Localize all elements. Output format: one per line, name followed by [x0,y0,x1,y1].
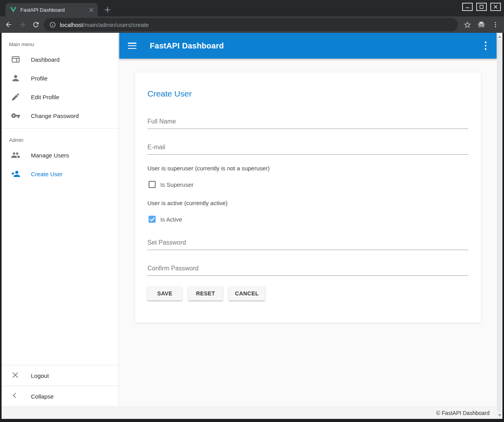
superuser-note: User is superuser (currently is not a su… [147,165,468,172]
url-bar[interactable]: localhost/main/admin/users/create [44,18,458,31]
email-input[interactable] [147,141,468,155]
person-icon [11,73,20,83]
sidebar-item-label: Manage Users [31,152,69,159]
url-text: localhost/main/admin/users/create [60,21,149,28]
main-area: FastAPI Dashboard Create User User is su… [119,33,497,419]
cancel-button[interactable]: CANCEL [229,286,265,300]
sidebar-item-logout[interactable]: Logout [2,365,118,386]
create-user-card: Create User User is superuser (currently… [135,72,481,323]
confirm-password-input[interactable] [147,263,468,276]
info-icon[interactable] [49,21,56,28]
person-add-icon [11,169,20,179]
app-title: FastAPI Dashboard [150,41,224,50]
sidebar-item-profile[interactable]: Profile [2,69,118,88]
tab-title: FastAPI Dashboard [20,7,88,13]
kebab-menu-icon[interactable] [491,20,500,29]
browser-toolbar: localhost/main/admin/users/create [0,16,504,33]
sidebar-bottom: Logout Collapse [2,365,118,406]
sidebar-item-label: Profile [31,75,48,82]
new-tab-icon[interactable] [102,5,113,15]
reset-button[interactable]: RESET [188,286,223,300]
checkbox-label: Is Active [160,216,182,223]
tab-close-icon[interactable] [88,6,95,13]
url-path: /main/admin/users/create [83,21,149,28]
star-icon[interactable] [463,20,472,29]
set-password-field-wrap [147,237,468,250]
hamburger-icon[interactable] [128,43,136,49]
dashboard-icon [11,55,20,64]
is-active-checkbox[interactable]: Is Active [147,216,468,223]
sidebar-item-change-password[interactable]: Change Password [2,106,118,125]
checkbox-checked-icon [149,216,156,223]
scroll-down-icon[interactable] [497,412,502,418]
toolbar-actions [463,16,500,33]
arrow-forward-icon[interactable] [17,20,27,30]
copyright-text: © FastAPI Dashboard [436,410,490,416]
sidebar-item-dashboard[interactable]: Dashboard [2,50,118,69]
sidebar-item-collapse[interactable]: Collapse [2,386,118,406]
scroll-up-icon[interactable] [497,34,502,39]
app-header: FastAPI Dashboard [119,33,497,59]
vue-logo-icon [10,7,16,13]
sidebar-item-label: Collapse [31,393,54,400]
sidebar-item-edit-profile[interactable]: Edit Profile [2,88,118,106]
save-button[interactable]: SAVE [147,286,182,300]
close-x-icon [11,371,20,380]
email-field-wrap [147,141,468,155]
url-host: localhost [60,21,83,28]
scrollbar-thumb[interactable] [497,39,502,412]
browser-tab[interactable]: FastAPI Dashboard [5,3,98,16]
sidebar-item-create-user[interactable]: Create User [2,165,118,183]
sidebar-item-label: Edit Profile [31,94,59,100]
pencil-icon [11,92,20,102]
main-content: Create User User is superuser (currently… [119,59,497,406]
form-buttons: SAVE RESET CANCEL [147,286,468,300]
maximize-icon[interactable] [476,3,487,11]
chevron-left-icon [11,392,20,401]
arrow-back-icon[interactable] [4,20,14,30]
full-name-field-wrap [147,116,468,129]
minimize-icon[interactable] [462,3,473,11]
browser-window: FastAPI Dashboard [0,0,504,422]
sidebar-section-label: Main menu [2,38,118,50]
page-footer: © FastAPI Dashboard [2,406,497,419]
window-controls [462,3,501,11]
sidebar-item-label: Logout [31,372,49,379]
sidebar-item-label: Create User [31,171,63,177]
checkbox-label: Is Superuser [160,181,194,188]
sidebar-item-label: Change Password [31,113,79,119]
confirm-password-field-wrap [147,263,468,276]
close-icon[interactable] [490,3,501,11]
scrollbar[interactable] [497,33,502,419]
sidebar-section-label: Admin [2,134,118,146]
key-icon [11,111,20,120]
is-superuser-checkbox[interactable]: Is Superuser [147,181,468,188]
page-title: Create User [147,89,468,98]
sidebar-divider [2,128,118,129]
sidebar: Main menu Dashboard Profile Edit Profile [2,33,119,406]
sidebar-item-label: Dashboard [31,56,59,63]
checkbox-unchecked-icon [149,181,156,188]
active-note: User is active (currently active) [147,200,468,206]
incognito-icon[interactable] [477,20,486,29]
set-password-input[interactable] [147,237,468,250]
reload-icon[interactable] [31,20,41,30]
sidebar-item-manage-users[interactable]: Manage Users [2,146,118,165]
full-name-input[interactable] [147,116,468,129]
tab-strip: FastAPI Dashboard [0,0,504,16]
page-viewport: Main menu Dashboard Profile Edit Profile [2,33,502,419]
people-icon [11,150,20,160]
kebab-menu-icon[interactable] [485,33,487,59]
